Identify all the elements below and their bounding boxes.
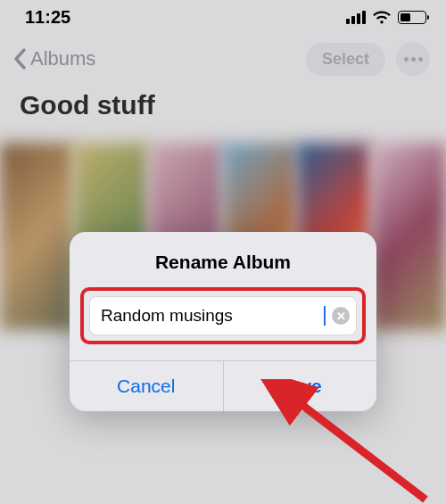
album-name-input[interactable] [90,297,324,335]
album-name-field[interactable]: ✕ [89,296,357,335]
cancel-button[interactable]: Cancel [70,361,223,411]
clear-text-button[interactable]: ✕ [326,301,356,331]
clear-icon: ✕ [332,307,350,325]
rename-album-dialog: Rename Album ✕ Cancel Save [70,232,376,411]
annotation-highlight: ✕ [80,287,366,344]
dialog-button-row: Cancel Save [70,361,376,411]
save-button[interactable]: Save [223,361,377,411]
dialog-title: Rename Album [70,232,376,287]
